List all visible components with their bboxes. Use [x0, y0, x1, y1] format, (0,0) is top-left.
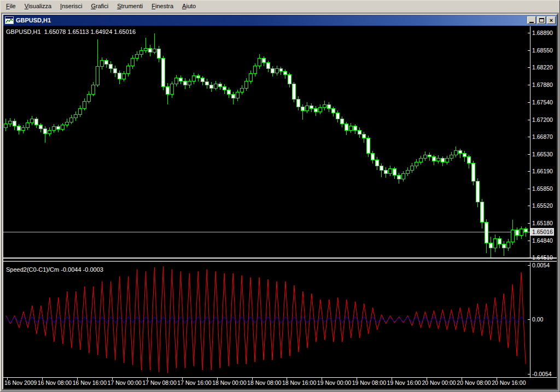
candle-body-bear: [480, 202, 483, 222]
menu-item-inserisci[interactable]: Inserisci: [56, 1, 86, 11]
menu-item-aiuto[interactable]: Aiuto: [178, 1, 200, 11]
candle-body-bear: [489, 243, 492, 248]
chart-icon: [5, 16, 14, 24]
candle-body-bull: [445, 159, 448, 162]
candle-body-bear: [458, 151, 462, 154]
candle-body-bull: [96, 67, 100, 85]
candle-body-bull: [61, 125, 65, 129]
candle-body-bear: [345, 124, 348, 130]
candle-body-bear: [109, 64, 113, 68]
candle-body-bull: [4, 124, 8, 128]
candle-body-bull: [244, 81, 248, 88]
candle-body-bear: [471, 163, 475, 182]
candle-body-bear: [183, 81, 186, 85]
candle-body-bull: [170, 84, 173, 95]
candle-body-bear: [18, 126, 21, 130]
candle-body-bear: [301, 107, 305, 111]
indicator-tick-label: 0.00: [532, 317, 544, 323]
candle-body-bear: [13, 121, 16, 126]
candle-body-bear: [35, 119, 38, 125]
candle-body-bear: [205, 81, 208, 85]
candle-body-bull: [26, 122, 30, 127]
menu-item-visualizza[interactable]: Visualizza: [20, 1, 56, 11]
menu-item-file[interactable]: File: [2, 1, 20, 11]
menu-item-strumenti[interactable]: Strumenti: [113, 1, 147, 11]
candle-body-bear: [367, 138, 370, 153]
candle-body-bear: [118, 73, 121, 79]
candle-body-bear: [284, 71, 287, 75]
candle-body-bull: [136, 54, 139, 58]
candle-body-bull: [92, 85, 95, 95]
time-tick-label: 17 Nov 00:00: [108, 380, 142, 386]
candle-body-bear: [393, 168, 396, 175]
candle-body-bear: [341, 119, 344, 124]
candle-body-bear: [328, 104, 331, 108]
price-tick-label: 1.67880: [532, 82, 553, 88]
menu-item-grafici[interactable]: Grafici: [86, 1, 113, 11]
candle-body-bull: [411, 166, 414, 170]
candle-body-bear: [314, 109, 318, 112]
menu-bar: File Visualizza Inserisci Grafici Strume…: [1, 1, 559, 12]
candle-body-bear: [515, 230, 518, 235]
time-tick-label: 20 Nov 16:00: [492, 380, 526, 386]
candle-body-bear: [209, 85, 213, 89]
candle-body-bear: [293, 84, 296, 100]
candle-body-bull: [83, 102, 86, 109]
candle-body-bull: [402, 174, 405, 179]
candle-body-bull: [454, 151, 457, 155]
candle-body-bull: [31, 119, 34, 122]
candle-body-bear: [114, 69, 117, 73]
candle-body-bear: [201, 78, 204, 81]
chart-window: GBPUSD,H1 × 1.688901.685501.682201.67880…: [2, 14, 558, 390]
price-tick-label: 1.64840: [532, 238, 553, 244]
candle-body-bear: [231, 94, 235, 98]
candle-body-bear: [332, 109, 335, 113]
close-button[interactable]: ×: [547, 16, 556, 24]
chart-window-titlebar[interactable]: GBPUSD,H1 ×: [3, 15, 557, 26]
candle-body-bull: [101, 61, 104, 67]
chart-client-area: 1.688901.685501.682201.678801.675401.672…: [3, 26, 557, 389]
window-controls: ×: [527, 16, 556, 24]
price-tick-label: 1.67200: [532, 117, 553, 123]
candle-body-bear: [380, 166, 383, 170]
candle-body-bull: [214, 84, 217, 88]
indicator-tick-label: 0.0054: [532, 262, 550, 268]
candle-body-bull: [236, 92, 239, 98]
candle-body-bear: [398, 175, 401, 179]
candle-body-bear: [502, 244, 505, 248]
candle-body-bull: [493, 239, 497, 248]
indicator-tick-label: -0.0054: [532, 371, 552, 377]
candle-body-bull: [419, 159, 422, 162]
candle-body-bull: [323, 104, 326, 108]
maximize-button[interactable]: [537, 16, 546, 24]
candle-body-bull: [349, 126, 353, 130]
candle-body-bear: [297, 100, 300, 107]
candle-body-bear: [463, 153, 466, 157]
candle-body-bear: [223, 86, 226, 90]
maximize-icon: [539, 18, 544, 22]
candle-body-bear: [148, 48, 151, 52]
candle-body-bull: [253, 66, 256, 74]
candle-body-bull: [22, 127, 25, 130]
candle-body-bear: [498, 239, 501, 244]
candle-body-bear: [363, 134, 366, 138]
candle-body-bear: [485, 223, 488, 243]
candle-body-bear: [39, 125, 43, 129]
candle-body-bear: [310, 106, 313, 109]
candle-body-bull: [240, 88, 243, 92]
candle-body-bear: [336, 113, 340, 119]
menu-item-finestra[interactable]: Finestra: [147, 1, 178, 11]
candle-body-bull: [249, 74, 252, 81]
price-tick-label: 1.68550: [532, 48, 553, 54]
candle-body-bull: [275, 69, 278, 73]
time-tick-label: 20 Nov 00:00: [422, 380, 456, 386]
candle-body-bear: [161, 58, 165, 87]
minimize-button[interactable]: [527, 16, 536, 24]
candle-body-bear: [467, 157, 470, 163]
candle-body-bull: [131, 58, 135, 66]
chart-canvas[interactable]: 1.688901.685501.682201.678801.675401.672…: [3, 26, 557, 389]
candle-body-bull: [423, 155, 427, 159]
current-price-badge: 1.65016: [530, 228, 554, 236]
time-tick-label: 17 Nov 08:00: [142, 380, 176, 386]
candle-body-bull: [506, 242, 510, 248]
